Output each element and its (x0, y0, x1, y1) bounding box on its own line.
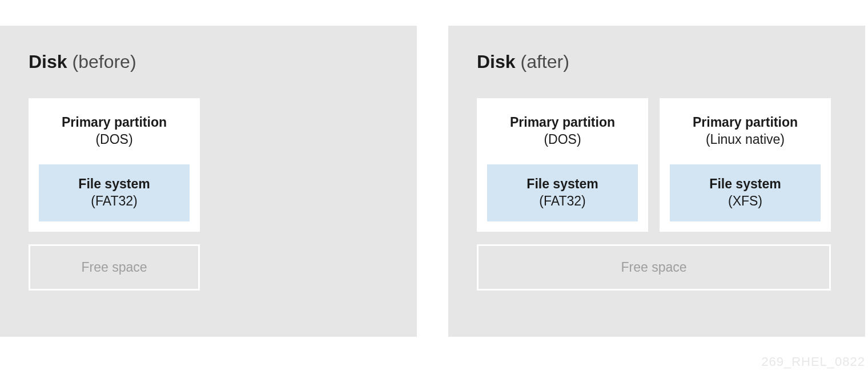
filesystem-subtitle: (XFS) (676, 193, 815, 210)
filesystem-title: File system (676, 176, 815, 193)
partition-subtitle: (DOS) (487, 131, 638, 148)
filesystem-title: File system (45, 176, 184, 193)
filesystem-subtitle: (FAT32) (45, 193, 184, 210)
partition-header: Primary partition (Linux native) (670, 114, 821, 148)
partition-subtitle: (Linux native) (670, 131, 821, 148)
disk-title-after: Disk (after) (477, 51, 837, 72)
partition-header: Primary partition (DOS) (487, 114, 638, 148)
partition-box-dos-before: Primary partition (DOS) File system (FAT… (29, 98, 200, 232)
disk-panel-before: Disk (before) Primary partition (DOS) Fi… (0, 26, 417, 337)
partition-box-linux-after: Primary partition (Linux native) File sy… (660, 98, 831, 232)
free-space-before: Free space (29, 244, 200, 291)
free-space-after: Free space (477, 244, 831, 291)
diagram-container: Disk (before) Primary partition (DOS) Fi… (0, 0, 868, 337)
watermark: 269_RHEL_0822 (761, 354, 865, 369)
disk-title-light: (after) (516, 51, 569, 72)
partition-title: Primary partition (670, 114, 821, 131)
filesystem-title: File system (493, 176, 632, 193)
disk-title-bold: Disk (477, 51, 516, 72)
disk-title-bold: Disk (29, 51, 67, 72)
disk-title-before: Disk (before) (29, 51, 388, 72)
partition-subtitle: (DOS) (39, 131, 190, 148)
partition-title: Primary partition (487, 114, 638, 131)
partition-box-dos-after: Primary partition (DOS) File system (FAT… (477, 98, 648, 232)
disk-title-light: (before) (67, 51, 136, 72)
disk-panel-after: Disk (after) Primary partition (DOS) Fil… (448, 26, 865, 337)
partitions-row-after: Primary partition (DOS) File system (FAT… (477, 98, 837, 232)
filesystem-box-fat32-before: File system (FAT32) (39, 164, 190, 221)
free-space-label: Free space (484, 260, 823, 275)
partitions-row-before: Primary partition (DOS) File system (FAT… (29, 98, 388, 232)
filesystem-subtitle: (FAT32) (493, 193, 632, 210)
free-space-label: Free space (36, 260, 192, 275)
partition-title: Primary partition (39, 114, 190, 131)
partition-header: Primary partition (DOS) (39, 114, 190, 148)
filesystem-box-xfs-after: File system (XFS) (670, 164, 821, 221)
filesystem-box-fat32-after: File system (FAT32) (487, 164, 638, 221)
